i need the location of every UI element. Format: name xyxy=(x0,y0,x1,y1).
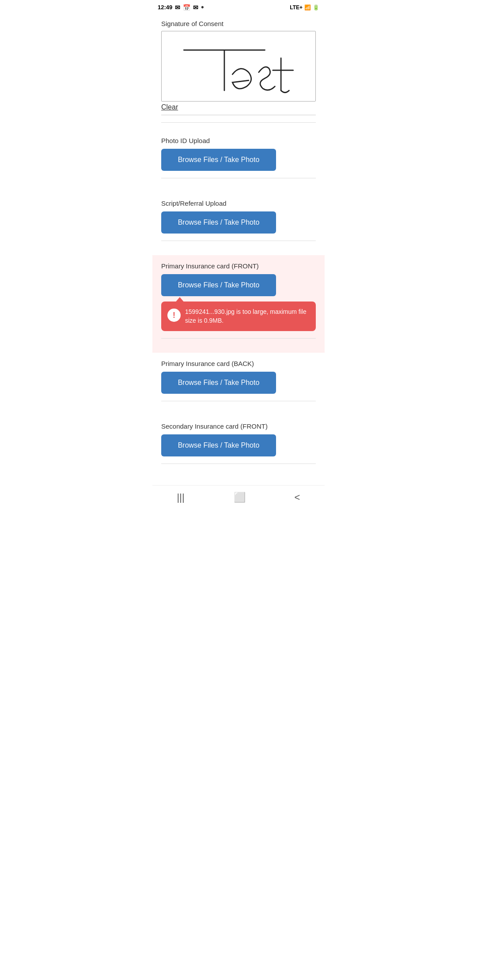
browse-button-secondary-insurance-front[interactable]: Browse Files / Take Photo xyxy=(161,434,276,456)
status-bar: 12:49 ✉ 📅 ✉ • LTE+ 📶 🔋 xyxy=(152,0,325,15)
gmail-icon: ✉ xyxy=(175,4,180,11)
section-divider xyxy=(161,122,316,123)
signal-icon: 📶 xyxy=(304,4,311,11)
upload-label-primary-insurance-back: Primary Insurance card (BACK) xyxy=(161,360,316,367)
upload-section-script-referral: Script/Referral UploadBrowse Files / Tak… xyxy=(152,192,325,255)
browse-button-primary-insurance-back[interactable]: Browse Files / Take Photo xyxy=(161,372,276,394)
signature-divider xyxy=(161,115,316,115)
upload-divider-script-referral xyxy=(161,241,316,241)
browse-button-photo-id[interactable]: Browse Files / Take Photo xyxy=(161,149,276,171)
bottom-navigation: ||| ⬜ < xyxy=(152,485,325,512)
clear-signature-button[interactable]: Clear xyxy=(161,103,178,111)
battery-icon: 🔋 xyxy=(313,4,319,11)
upload-section-secondary-insurance-front: Secondary Insurance card (FRONT)Browse F… xyxy=(152,415,325,478)
upload-label-primary-insurance-front: Primary Insurance card (FRONT) xyxy=(161,262,316,270)
upload-divider-photo-id xyxy=(161,178,316,178)
mail-icon: ✉ xyxy=(193,4,198,11)
error-message-primary-insurance-front: 1599241...930.jpg is too large, maximum … xyxy=(185,308,310,325)
dot-indicator: • xyxy=(201,3,204,12)
error-warning-icon: ! xyxy=(167,309,181,322)
browse-button-primary-insurance-front[interactable]: Browse Files / Take Photo xyxy=(161,274,276,296)
error-triangle-icon xyxy=(174,297,185,303)
signature-label: Signature of Consent xyxy=(161,20,316,27)
upload-divider-primary-insurance-front xyxy=(161,338,316,339)
menu-button[interactable]: ||| xyxy=(177,492,184,503)
upload-divider-primary-insurance-back xyxy=(161,401,316,401)
upload-divider-secondary-insurance-front xyxy=(161,464,316,464)
lte-indicator: LTE+ xyxy=(290,4,303,11)
upload-label-photo-id: Photo ID Upload xyxy=(161,137,316,144)
upload-label-secondary-insurance-front: Secondary Insurance card (FRONT) xyxy=(161,422,316,430)
upload-section-photo-id: Photo ID UploadBrowse Files / Take Photo xyxy=(152,130,325,192)
error-toast-primary-insurance-front: !1599241...930.jpg is too large, maximum… xyxy=(161,302,316,331)
calendar-icon: 📅 xyxy=(183,4,190,11)
back-button[interactable]: < xyxy=(295,492,300,503)
upload-label-script-referral: Script/Referral Upload xyxy=(161,200,316,207)
signature-section: Signature of Consent Clear xyxy=(152,15,325,123)
signature-canvas[interactable] xyxy=(161,31,316,102)
home-button[interactable]: ⬜ xyxy=(234,492,246,503)
upload-section-primary-insurance-front: Primary Insurance card (FRONT)Browse Fil… xyxy=(152,255,325,353)
upload-section-primary-insurance-back: Primary Insurance card (BACK)Browse File… xyxy=(152,353,325,415)
signature-svg xyxy=(162,31,315,101)
browse-button-script-referral[interactable]: Browse Files / Take Photo xyxy=(161,211,276,234)
time-display: 12:49 xyxy=(158,4,172,11)
